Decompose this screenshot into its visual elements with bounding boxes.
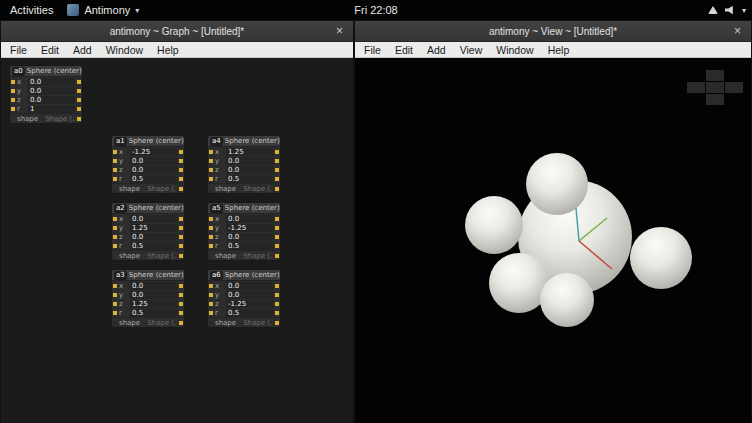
output-port[interactable] xyxy=(275,284,279,288)
input-port[interactable] xyxy=(113,177,117,181)
datum-value-input[interactable]: 0.0 xyxy=(226,282,273,290)
input-port[interactable] xyxy=(113,302,117,306)
output-port[interactable] xyxy=(275,159,279,163)
output-port[interactable] xyxy=(275,235,279,239)
output-port[interactable] xyxy=(179,217,183,221)
output-port[interactable] xyxy=(179,177,183,181)
view-orientation-widget[interactable] xyxy=(687,70,743,106)
input-port[interactable] xyxy=(113,244,117,248)
input-port[interactable] xyxy=(113,311,117,315)
input-port[interactable] xyxy=(113,159,117,163)
datum-value-input[interactable]: 1 xyxy=(28,105,75,113)
output-port[interactable] xyxy=(179,235,183,239)
datum-value-input[interactable]: 0.5 xyxy=(226,242,273,250)
menu-edit[interactable]: Edit xyxy=(34,42,66,58)
graph-node-a2[interactable]: a2Sphere (center)≡x0.0y1.25z0.0r0.5shape… xyxy=(111,202,185,261)
output-port[interactable] xyxy=(179,150,183,154)
menu-add[interactable]: Add xyxy=(66,42,99,58)
output-port[interactable] xyxy=(275,254,279,258)
datum-value-input[interactable]: -1.25 xyxy=(130,148,177,156)
output-port[interactable] xyxy=(275,302,279,306)
graph-node-a1[interactable]: a1Sphere (center)≡x-1.25y0.0z0.0r0.5shap… xyxy=(111,135,185,194)
output-port[interactable] xyxy=(275,150,279,154)
output-port[interactable] xyxy=(77,98,81,102)
clock[interactable]: Fri 22:08 xyxy=(354,4,397,16)
datum-value-input[interactable]: 0.0 xyxy=(226,233,273,241)
graph-node-a6[interactable]: a6Sphere (center)≡x0.0y0.0z-1.25r0.5shap… xyxy=(207,269,281,328)
output-port[interactable] xyxy=(275,168,279,172)
datum-value-input[interactable]: 0.0 xyxy=(130,157,177,165)
node-name[interactable]: a1 xyxy=(114,137,127,146)
datum-value-input[interactable]: 0.0 xyxy=(130,291,177,299)
datum-value-input[interactable]: 0.0 xyxy=(130,282,177,290)
input-port[interactable] xyxy=(209,159,213,163)
output-port[interactable] xyxy=(275,244,279,248)
input-port[interactable] xyxy=(113,150,117,154)
input-port[interactable] xyxy=(209,235,213,239)
datum-value-input[interactable]: 0.0 xyxy=(226,166,273,174)
datum-value-input[interactable]: 0.5 xyxy=(130,242,177,250)
input-port[interactable] xyxy=(209,311,213,315)
input-port[interactable] xyxy=(209,150,213,154)
menu-file[interactable]: File xyxy=(3,42,34,58)
datum-value-input[interactable]: 0.5 xyxy=(226,175,273,183)
input-port[interactable] xyxy=(113,226,117,230)
viewport-3d[interactable] xyxy=(355,58,751,423)
output-port[interactable] xyxy=(275,217,279,221)
menu-help[interactable]: Help xyxy=(541,42,577,58)
datum-value-input[interactable]: 0.0 xyxy=(130,233,177,241)
datum-value-input[interactable]: 0.5 xyxy=(130,175,177,183)
datum-value-input[interactable]: 0.0 xyxy=(226,215,273,223)
input-port[interactable] xyxy=(113,168,117,172)
datum-value-input[interactable]: 0.0 xyxy=(226,157,273,165)
node-name[interactable]: a4 xyxy=(210,137,223,146)
node-name[interactable]: a3 xyxy=(114,271,127,280)
menu-view[interactable]: View xyxy=(453,42,490,58)
output-port[interactable] xyxy=(179,302,183,306)
graph-window-titlebar[interactable]: antimony ~ Graph ~ [Untitled]* × xyxy=(1,21,353,42)
output-port[interactable] xyxy=(179,187,183,191)
output-port[interactable] xyxy=(77,117,81,121)
node-name[interactable]: a5 xyxy=(210,204,223,213)
datum-value-input[interactable]: -1.25 xyxy=(226,300,273,308)
output-port[interactable] xyxy=(275,177,279,181)
datum-value-input[interactable]: 0.5 xyxy=(130,309,177,317)
node-name[interactable]: a6 xyxy=(210,271,223,280)
orientation-cell-left[interactable] xyxy=(687,82,705,93)
datum-value-input[interactable]: 1.25 xyxy=(226,148,273,156)
datum-value-input[interactable]: 0.0 xyxy=(28,96,75,104)
graph-canvas[interactable]: a0Sphere (center)≡x0.0y0.0z0.0r1shapeSha… xyxy=(1,58,353,423)
output-port[interactable] xyxy=(179,293,183,297)
close-icon[interactable]: × xyxy=(732,21,743,42)
close-icon[interactable]: × xyxy=(334,21,345,42)
menu-help[interactable]: Help xyxy=(150,42,186,58)
output-port[interactable] xyxy=(275,187,279,191)
menu-file[interactable]: File xyxy=(357,42,388,58)
orientation-cell-top[interactable] xyxy=(706,70,724,81)
view-window-titlebar[interactable]: antimony ~ View ~ [Untitled]* × xyxy=(355,21,751,42)
datum-value-input[interactable]: 1.25 xyxy=(130,224,177,232)
output-port[interactable] xyxy=(275,321,279,325)
output-port[interactable] xyxy=(275,293,279,297)
app-indicator[interactable]: Antimony ▾ xyxy=(67,4,139,16)
datum-value-input[interactable]: 0.5 xyxy=(226,309,273,317)
node-name[interactable]: a0 xyxy=(12,67,25,76)
graph-node-a0[interactable]: a0Sphere (center)≡x0.0y0.0z0.0r1shapeSha… xyxy=(9,65,83,124)
graph-node-a3[interactable]: a3Sphere (center)≡x0.0y0.0z1.25r0.5shape… xyxy=(111,269,185,328)
input-port[interactable] xyxy=(11,98,15,102)
input-port[interactable] xyxy=(209,302,213,306)
system-tray[interactable]: ▾ xyxy=(708,0,746,20)
graph-node-a5[interactable]: a5Sphere (center)≡x0.0y-1.25z0.0r0.5shap… xyxy=(207,202,281,261)
input-port[interactable] xyxy=(113,217,117,221)
output-port[interactable] xyxy=(179,168,183,172)
datum-value-input[interactable]: 0.0 xyxy=(130,215,177,223)
output-port[interactable] xyxy=(275,311,279,315)
datum-value-input[interactable]: 0.0 xyxy=(28,78,75,86)
input-port[interactable] xyxy=(113,284,117,288)
output-port[interactable] xyxy=(179,159,183,163)
datum-value-input[interactable]: 0.0 xyxy=(28,87,75,95)
output-port[interactable] xyxy=(179,284,183,288)
orientation-cell-center[interactable] xyxy=(706,82,724,93)
menu-edit[interactable]: Edit xyxy=(388,42,420,58)
input-port[interactable] xyxy=(11,89,15,93)
